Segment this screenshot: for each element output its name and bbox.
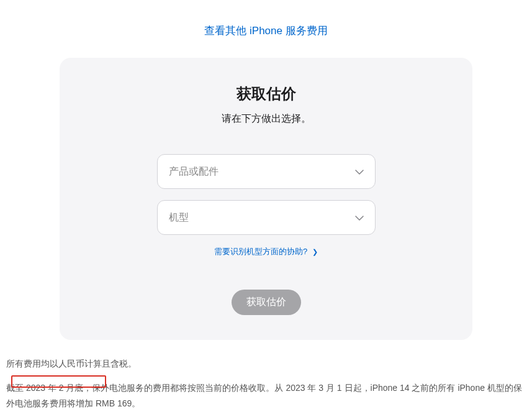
other-iphone-service-link[interactable]: 查看其他 iPhone 服务费用 — [204, 25, 327, 37]
card-title: 获取估价 — [97, 84, 435, 104]
product-select[interactable]: 产品或配件 — [157, 154, 376, 189]
model-select-placeholder: 机型 — [169, 211, 189, 224]
footer-line-1: 所有费用均以人民币计算且含税。 — [6, 356, 526, 372]
get-estimate-button[interactable]: 获取估价 — [232, 290, 301, 315]
chevron-down-icon — [355, 166, 364, 177]
identify-model-help-link[interactable]: 需要识别机型方面的协助? ❯ — [214, 247, 318, 256]
estimate-card: 获取估价 请在下方做出选择。 产品或配件 机型 — [60, 58, 472, 340]
footer-text: 所有费用均以人民币计算且含税。 截至 2023 年 2 月底，保外电池服务的费用… — [0, 340, 532, 412]
chevron-down-icon — [355, 212, 364, 223]
card-subtitle: 请在下方做出选择。 — [97, 112, 435, 126]
chevron-right-icon: ❯ — [312, 248, 318, 255]
footer-line-2: 截至 2023 年 2 月底，保外电池服务的费用都将按照当前的价格收取。从 20… — [6, 380, 526, 411]
model-select[interactable]: 机型 — [157, 200, 376, 235]
product-select-placeholder: 产品或配件 — [169, 165, 219, 178]
help-link-label: 需要识别机型方面的协助? — [214, 247, 307, 256]
